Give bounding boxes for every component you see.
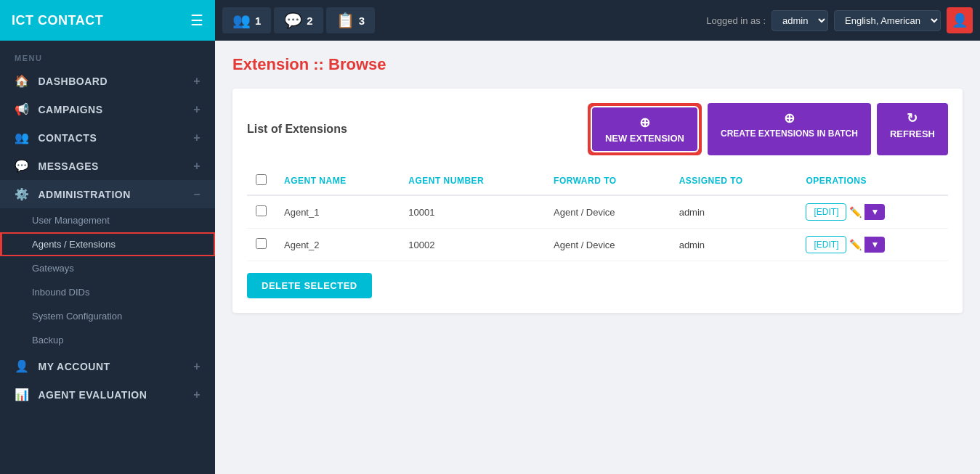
delete-selected-button[interactable]: DELETE SELECTED (247, 273, 372, 298)
th-checkbox (247, 167, 275, 195)
dashboard-icon: 🏠 (15, 74, 30, 88)
row-operations-2: [EDIT] ✏️ ▼ (797, 229, 948, 261)
badge-count-2: 2 (307, 15, 312, 27)
sidebar-subitem-gateways[interactable]: Gateways (0, 256, 215, 280)
th-assigned-to: ASSIGNED TO (671, 167, 798, 195)
sidebar-item-agent-evaluation[interactable]: 📊 AGENT EVALUATION + (0, 380, 215, 409)
refresh-icon: ↻ (907, 110, 918, 126)
dashboard-plus-icon: + (193, 75, 201, 88)
contacts-icon: 👥 (15, 131, 30, 144)
brand-name: ICT CONTACT (12, 13, 103, 28)
new-extension-highlight: ⊕ NEW EXTENSION (588, 103, 702, 155)
sidebar-item-campaigns[interactable]: 📢 CAMPAIGNS + (0, 95, 215, 123)
messages-icon: 💬 (15, 159, 30, 173)
card-title: List of Extensions (247, 123, 347, 136)
delete-selected-label: DELETE SELECTED (262, 280, 357, 291)
row-assigned-to-2: admin (671, 229, 798, 261)
table-row: Agent_2 10002 Agent / Device admin [EDIT… (247, 229, 948, 261)
sidebar-item-dashboard[interactable]: 🏠 DASHBOARD + (0, 67, 215, 95)
sidebar-item-dashboard-label: DASHBOARD (39, 75, 108, 87)
new-extension-label: NEW EXTENSION (605, 133, 684, 144)
edit-pencil-icon-2[interactable]: ✏️ (849, 239, 862, 250)
row-forward-to-2: Agent / Device (545, 229, 671, 261)
agents-extensions-label: Agents / Extensions (32, 239, 116, 250)
row-checkbox-1[interactable] (256, 205, 267, 216)
sidebar: MENU 🏠 DASHBOARD + 📢 CAMPAIGNS + 👥 CONTA… (0, 41, 215, 474)
row-checkbox-2[interactable] (256, 238, 267, 249)
operations-dropdown-2[interactable]: ▼ (864, 237, 885, 253)
th-agent-name: AGENT NAME (275, 167, 400, 195)
logged-in-label: Logged in as : (706, 15, 766, 26)
users-icon: 👥 (232, 12, 251, 29)
user-select[interactable]: admin (772, 10, 828, 31)
main-content: Extension :: Browse List of Extensions ⊕… (215, 41, 980, 474)
edit-button-1[interactable]: [EDIT] (806, 203, 846, 221)
th-forward-to: FORWARD TO (545, 167, 671, 195)
agent-evaluation-icon: 📊 (15, 388, 30, 401)
contacts-plus-icon: + (193, 131, 201, 144)
card-header: List of Extensions ⊕ NEW EXTENSION ⊕ CRE… (247, 103, 948, 155)
content-card: List of Extensions ⊕ NEW EXTENSION ⊕ CRE… (232, 89, 963, 313)
nav-badge-1[interactable]: 👥 1 (222, 7, 271, 33)
sidebar-item-contacts[interactable]: 👥 CONTACTS + (0, 123, 215, 152)
campaigns-plus-icon: + (193, 103, 201, 116)
avatar-icon: 👤 (952, 12, 968, 28)
row-agent-name-2: Agent_2 (275, 229, 400, 261)
my-account-icon: 👤 (15, 359, 30, 373)
new-extension-icon: ⊕ (639, 115, 650, 131)
user-management-label: User Management (32, 215, 110, 226)
th-operations: OPERATIONS (797, 167, 948, 195)
row-agent-number-1: 10001 (400, 195, 545, 229)
refresh-button[interactable]: ↻ REFRESH (877, 103, 948, 155)
avatar[interactable]: 👤 (947, 7, 973, 33)
badge-count-3: 3 (359, 15, 365, 27)
sidebar-item-administration[interactable]: ⚙️ ADMINISTRATION − (0, 180, 215, 208)
topbar-right: Logged in as : admin English, American 👤 (706, 7, 980, 33)
sidebar-subitem-system-configuration[interactable]: System Configuration (0, 304, 215, 328)
extensions-table: AGENT NAME AGENT NUMBER FORWARD TO ASSIG… (247, 167, 948, 261)
row-checkbox-cell (247, 229, 275, 261)
campaigns-icon: 📢 (15, 102, 30, 116)
brand: ICT CONTACT ☰ (0, 0, 215, 41)
agent-evaluation-plus-icon: + (193, 388, 201, 401)
language-select[interactable]: English, American (834, 10, 941, 31)
edit-pencil-icon-1[interactable]: ✏️ (849, 206, 862, 218)
gateways-label: Gateways (32, 263, 74, 274)
row-operations-1: [EDIT] ✏️ ▼ (797, 195, 948, 229)
nav-badge-2[interactable]: 💬 2 (274, 7, 323, 33)
my-account-label: MY ACCOUNT (39, 361, 110, 372)
sidebar-item-campaigns-label: CAMPAIGNS (39, 104, 103, 115)
system-configuration-label: System Configuration (32, 311, 122, 322)
agent-evaluation-label: AGENT EVALUATION (39, 389, 147, 401)
row-assigned-to-1: admin (671, 195, 798, 229)
chat-icon: 💬 (284, 12, 302, 29)
edit-button-2[interactable]: [EDIT] (806, 236, 846, 253)
sidebar-subitem-inbound-dids[interactable]: Inbound DIDs (0, 280, 215, 304)
sidebar-subitem-agents-extensions[interactable]: Agents / Extensions (0, 232, 215, 256)
row-agent-number-2: 10002 (400, 229, 545, 261)
nav-badge-3[interactable]: 📋 3 (326, 7, 375, 33)
topbar-nav: 👥 1 💬 2 📋 3 (215, 7, 706, 33)
operations-dropdown-1[interactable]: ▼ (864, 204, 885, 220)
backup-label: Backup (32, 335, 63, 346)
select-all-checkbox[interactable] (256, 174, 267, 185)
row-forward-to-1: Agent / Device (545, 195, 671, 229)
sidebar-subitem-backup[interactable]: Backup (0, 328, 215, 352)
sidebar-subitem-user-management[interactable]: User Management (0, 208, 215, 232)
clipboard-icon: 📋 (336, 12, 355, 29)
create-batch-button[interactable]: ⊕ CREATE EXTENSIONS IN BATCH (708, 103, 871, 155)
row-checkbox-cell (247, 195, 275, 229)
sidebar-item-administration-label: ADMINISTRATION (39, 189, 131, 200)
my-account-plus-icon: + (193, 360, 201, 373)
sidebar-item-messages[interactable]: 💬 MESSAGES + (0, 152, 215, 180)
new-extension-button[interactable]: ⊕ NEW EXTENSION (592, 107, 697, 151)
menu-label: MENU (0, 41, 215, 67)
card-actions: ⊕ NEW EXTENSION ⊕ CREATE EXTENSIONS IN B… (588, 103, 948, 155)
badge-count-1: 1 (255, 15, 261, 27)
sidebar-item-contacts-label: CONTACTS (39, 132, 97, 144)
admin-submenu: User Management Agents / Extensions Gate… (0, 208, 215, 352)
sidebar-item-my-account[interactable]: 👤 MY ACCOUNT + (0, 352, 215, 380)
page-title: Extension :: Browse (232, 55, 963, 74)
batch-icon: ⊕ (784, 110, 795, 126)
hamburger-icon[interactable]: ☰ (190, 12, 203, 29)
